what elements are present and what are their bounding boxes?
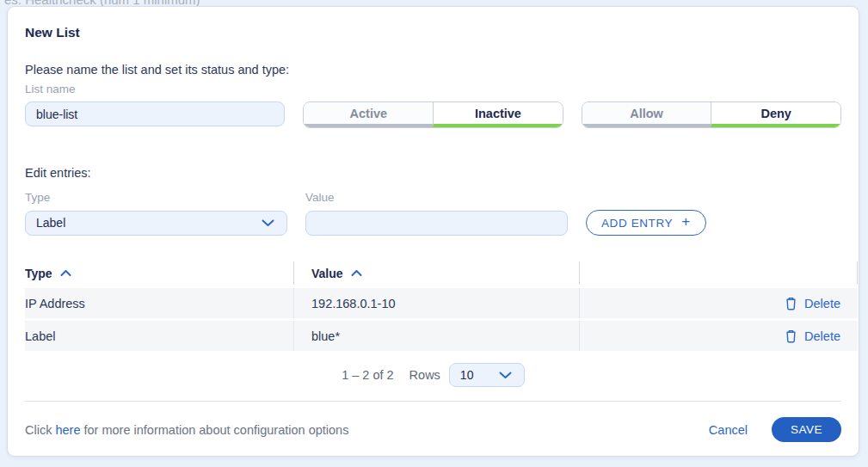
rows-per-page-group: Rows 10 <box>409 363 525 387</box>
list-name-label: List name <box>25 82 841 97</box>
footer-actions: Cancel SAVE <box>709 417 841 442</box>
list-type-option-deny-label: Deny <box>760 107 791 120</box>
cell-actions: Delete <box>579 321 858 351</box>
entries-table: Type Value IP Address 192.168.0.1-1 <box>25 261 858 351</box>
cell-type: IP Address <box>25 288 293 318</box>
info-suffix: for more information about configuration… <box>80 423 348 437</box>
delete-entry-button[interactable]: Delete <box>785 297 840 310</box>
status-option-inactive-label: Inactive <box>475 107 521 120</box>
dialog-footer: Click here for more information about co… <box>25 417 841 442</box>
list-name-input[interactable] <box>25 101 285 126</box>
entry-type-selected-value: Label <box>36 216 65 230</box>
edit-entries-heading: Edit entries: <box>25 166 841 180</box>
entry-type-select[interactable]: Label <box>25 211 287 236</box>
name-and-toggles-row: Active Inactive Allow Deny <box>25 101 841 128</box>
list-type-option-allow[interactable]: Allow <box>582 102 711 127</box>
cell-type: Label <box>25 321 293 351</box>
table-row: IP Address 192.168.0.1-10 Delete <box>25 288 858 318</box>
info-text: Click here for more information about co… <box>25 423 348 437</box>
cell-value: 192.168.0.1-10 <box>293 288 579 318</box>
list-type-toggle: Allow Deny <box>582 101 841 128</box>
info-prefix: Click <box>25 423 55 437</box>
status-option-active-label: Active <box>350 107 388 120</box>
status-toggle: Active Inactive <box>303 101 563 128</box>
column-header-type-label: Type <box>25 267 52 280</box>
cancel-button[interactable]: Cancel <box>709 423 748 437</box>
status-option-inactive[interactable]: Inactive <box>433 102 563 127</box>
delete-label: Delete <box>804 329 840 343</box>
column-header-type[interactable]: Type <box>25 261 293 285</box>
new-list-dialog: New List Please name the list and set it… <box>7 6 859 457</box>
info-link[interactable]: here <box>55 423 80 437</box>
entry-type-label: Type <box>25 190 305 206</box>
column-header-value-label: Value <box>311 267 343 280</box>
status-option-active[interactable]: Active <box>304 102 433 127</box>
add-entry-button[interactable]: ADD ENTRY + <box>586 210 706 236</box>
delete-label: Delete <box>804 297 840 310</box>
list-type-option-allow-label: Allow <box>630 107 663 120</box>
intro-text: Please name the list and set its status … <box>25 61 841 78</box>
plus-icon: + <box>681 213 691 230</box>
chevron-down-icon <box>499 372 512 379</box>
delete-entry-button[interactable]: Delete <box>785 329 840 343</box>
cell-value: blue* <box>293 321 579 351</box>
cell-actions: Delete <box>579 288 858 318</box>
column-header-value[interactable]: Value <box>293 261 579 285</box>
column-header-actions <box>579 261 857 285</box>
trash-icon <box>785 297 797 310</box>
pagination-range: 1 – 2 of 2 <box>342 368 393 382</box>
sort-ascending-icon <box>60 269 71 277</box>
entry-form-labels: Type Value <box>25 190 841 206</box>
table-header-row: Type Value <box>25 261 858 285</box>
sort-ascending-icon <box>351 269 362 277</box>
trash-icon <box>785 329 797 343</box>
entry-value-input[interactable] <box>305 211 568 236</box>
footer-divider <box>25 401 841 402</box>
rows-per-page-label: Rows <box>409 368 440 382</box>
add-entry-label: ADD ENTRY <box>601 217 673 230</box>
entry-form-controls: Label ADD ENTRY + <box>25 210 841 236</box>
pagination: 1 – 2 of 2 Rows 10 <box>25 363 841 387</box>
list-type-option-deny[interactable]: Deny <box>711 102 840 127</box>
rows-per-page-select[interactable]: 10 <box>449 363 525 387</box>
table-row: Label blue* Delete <box>25 321 858 351</box>
dialog-title: New List <box>25 25 841 40</box>
save-button[interactable]: SAVE <box>772 417 841 442</box>
rows-per-page-value: 10 <box>460 368 474 382</box>
chevron-down-icon <box>262 219 274 227</box>
entry-value-label: Value <box>305 190 335 206</box>
